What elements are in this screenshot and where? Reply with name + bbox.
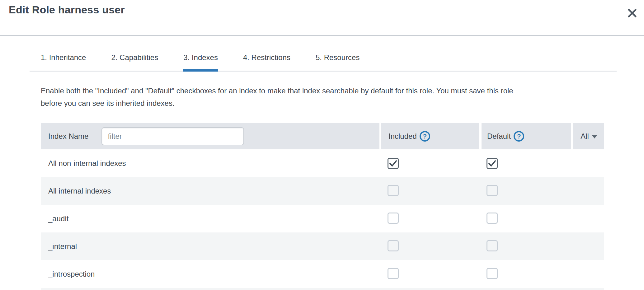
- tab-inheritance[interactable]: 1. Inheritance: [41, 53, 86, 71]
- table-row-partial: [41, 288, 604, 290]
- tab-bar: 1. Inheritance 2. Capabilities 3. Indexe…: [30, 53, 617, 72]
- index-name-cell: _audit: [41, 214, 381, 223]
- included-checkbox[interactable]: [388, 213, 399, 224]
- index-name-header-label: Index Name: [48, 132, 88, 141]
- description: Enable both the "Included" and "Default"…: [41, 85, 644, 110]
- included-checkbox[interactable]: [388, 158, 399, 169]
- included-checkbox[interactable]: [388, 268, 399, 279]
- help-icon[interactable]: ?: [514, 131, 524, 142]
- index-name-cell: _internal: [41, 242, 381, 251]
- indexes-table: Index Name Included ? Default ? All All …: [41, 123, 604, 290]
- default-checkbox[interactable]: [487, 213, 498, 224]
- included-header-label: Included: [388, 132, 417, 141]
- default-checkbox[interactable]: [487, 268, 498, 279]
- tab-restrictions[interactable]: 4. Restrictions: [243, 53, 290, 71]
- table-row: All internal indexes: [41, 177, 604, 205]
- all-dropdown-label: All: [581, 132, 589, 141]
- table-header-row: Index Name Included ? Default ? All: [41, 123, 604, 149]
- chevron-down-icon: [592, 135, 597, 138]
- table-row: _introspection: [41, 260, 604, 288]
- close-button[interactable]: [625, 6, 639, 20]
- table-row: _audit: [41, 205, 604, 232]
- index-name-cell: All non-internal indexes: [41, 159, 381, 168]
- checkmark-icon: [389, 160, 397, 167]
- default-header-label: Default: [487, 132, 511, 141]
- description-line-2: before you can see its inherited indexes…: [41, 97, 644, 110]
- default-checkbox[interactable]: [487, 158, 498, 169]
- description-line-1: Enable both the "Included" and "Default"…: [41, 85, 644, 97]
- index-name-cell: All internal indexes: [41, 187, 381, 195]
- default-checkbox[interactable]: [487, 240, 498, 251]
- table-body: All non-internal indexes All internal in…: [41, 149, 604, 290]
- index-name-cell: _introspection: [41, 270, 381, 278]
- checkmark-icon: [488, 160, 496, 167]
- default-checkbox[interactable]: [487, 185, 498, 196]
- included-checkbox[interactable]: [388, 185, 399, 196]
- tab-indexes[interactable]: 3. Indexes: [183, 53, 218, 71]
- default-header-cell: Default ?: [482, 123, 571, 149]
- close-icon: [627, 8, 637, 18]
- help-icon[interactable]: ?: [420, 131, 430, 142]
- filter-input[interactable]: [101, 127, 244, 145]
- all-dropdown[interactable]: All: [573, 123, 604, 149]
- included-checkbox[interactable]: [388, 240, 399, 251]
- page-title: Edit Role harness user: [9, 4, 125, 16]
- modal-header: Edit Role harness user: [0, 0, 644, 36]
- table-row: All non-internal indexes: [41, 149, 604, 177]
- table-row: _internal: [41, 232, 604, 260]
- index-name-header-cell: Index Name: [41, 123, 379, 149]
- included-header-cell: Included ?: [381, 123, 479, 149]
- tab-capabilities[interactable]: 2. Capabilities: [111, 53, 158, 71]
- tab-resources[interactable]: 5. Resources: [316, 53, 360, 71]
